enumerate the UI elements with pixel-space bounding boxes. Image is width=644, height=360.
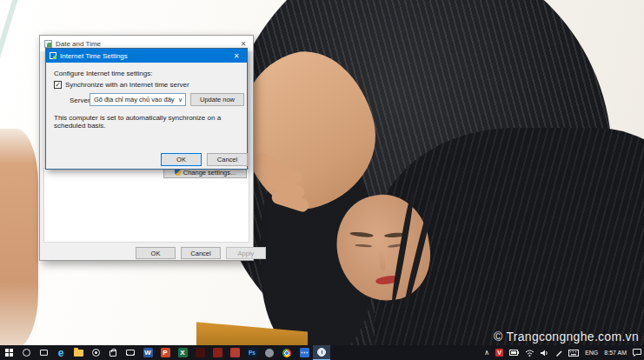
app-icon-crimson	[230, 348, 240, 357]
excel-icon: X	[178, 348, 188, 357]
synchronize-checkbox[interactable]: ✓	[54, 81, 62, 89]
antivirus-tray-icon[interactable]: V	[495, 349, 503, 357]
battery-icon[interactable]	[509, 350, 519, 356]
internet-time-settings-title: Internet Time Settings	[60, 52, 128, 60]
close-icon[interactable]: ✕	[226, 49, 247, 63]
start-button[interactable]	[0, 345, 17, 360]
uac-shield-icon	[175, 169, 181, 176]
chrome-button[interactable]	[278, 345, 295, 360]
system-tray: ∧ V ENG 8:57 AM	[484, 345, 641, 360]
app-button-red[interactable]	[209, 345, 226, 360]
date-and-time-title: Date and Time	[56, 40, 101, 48]
internet-time-settings-titlebar[interactable]: Internet Time Settings ✕	[46, 49, 247, 63]
server-dropdown-value: Gõ địa chỉ máy chủ vào đây	[94, 96, 175, 103]
touch-keyboard-icon[interactable]	[568, 350, 579, 357]
wifi-icon[interactable]	[525, 350, 534, 357]
task-view-icon	[40, 350, 48, 356]
its-cancel-button[interactable]: Cancel	[207, 153, 248, 166]
date-and-time-content-panel	[43, 168, 249, 243]
datetime-apply-button: Apply	[226, 247, 266, 259]
action-center-icon[interactable]	[633, 349, 641, 357]
show-hidden-icons-chevron[interactable]: ∧	[484, 350, 489, 357]
photo-eyebrow-left	[349, 231, 373, 238]
app-button-gray[interactable]	[261, 345, 278, 360]
watermark-text: © Trangcongnghe.com.vn	[494, 330, 639, 343]
store-button[interactable]	[104, 345, 122, 360]
clock-icon	[317, 348, 326, 357]
photoshop-button[interactable]: Ps	[243, 345, 261, 360]
datetime-taskbar-button[interactable]	[313, 345, 330, 360]
chevron-down-icon: ∨	[178, 97, 183, 103]
pen-icon[interactable]	[555, 350, 562, 357]
chrome-icon	[282, 349, 291, 357]
edge-button[interactable]: e	[52, 345, 70, 360]
excel-button[interactable]: X	[174, 345, 191, 360]
photo-nose	[377, 249, 387, 272]
synchronize-checkbox-row[interactable]: ✓ Synchronize with an Internet time serv…	[54, 81, 189, 89]
app-button-crimson[interactable]	[226, 345, 243, 360]
word-icon: W	[143, 348, 153, 357]
desktop: © Trangcongnghe.com.vn Date and Time ✕ C…	[0, 0, 644, 360]
photo-eye-left	[355, 243, 372, 247]
task-view-button[interactable]	[35, 345, 52, 360]
app-icon-red	[213, 348, 222, 357]
word-button[interactable]: W	[139, 345, 156, 360]
window-frame-reflection	[0, 0, 19, 81]
mail-icon	[126, 350, 135, 356]
photoshop-icon: Ps	[248, 348, 257, 357]
datetime-ok-button[interactable]: OK	[136, 247, 176, 259]
server-label: Server:	[70, 97, 92, 104]
volume-icon[interactable]	[541, 350, 549, 357]
datetime-cancel-button[interactable]: Cancel	[181, 247, 221, 259]
app-button-darkred[interactable]	[191, 345, 209, 360]
settings-icon	[92, 349, 100, 357]
settings-button[interactable]	[87, 345, 104, 360]
edge-icon: e	[58, 349, 64, 357]
taskbar-apps: e W P X Ps ⋯	[0, 345, 330, 360]
synchronize-label: Synchronize with an Internet time server	[65, 81, 189, 89]
app-icon-blue-dots: ⋯	[300, 348, 309, 357]
powerpoint-button[interactable]: P	[156, 345, 174, 360]
date-and-time-icon	[44, 40, 52, 48]
update-now-button[interactable]: Update now	[190, 93, 244, 106]
store-bag-icon	[110, 350, 116, 357]
search-circle-icon	[23, 349, 30, 357]
app-button-blue[interactable]: ⋯	[295, 345, 313, 360]
folder-icon	[74, 350, 83, 357]
powerpoint-icon: P	[161, 348, 170, 357]
its-ok-button[interactable]: OK	[161, 153, 202, 166]
photo-arm	[0, 129, 38, 345]
clock-time[interactable]: 8:57 AM	[604, 350, 627, 356]
internet-time-icon	[50, 52, 56, 59]
mail-button[interactable]	[122, 345, 139, 360]
app-icon-darkred	[196, 348, 205, 357]
file-explorer-button[interactable]	[70, 345, 87, 360]
server-dropdown[interactable]: Gõ địa chỉ máy chủ vào đây ∨	[90, 93, 186, 106]
configure-label: Configure Internet time settings:	[54, 70, 152, 77]
taskbar: e W P X Ps ⋯ ∧ V	[0, 345, 644, 360]
schedule-text: This computer is set to automatically sy…	[54, 114, 243, 130]
language-indicator[interactable]: ENG	[585, 350, 598, 356]
internet-time-settings-dialog: Internet Time Settings ✕ Configure Inter…	[45, 48, 248, 170]
search-button[interactable]	[17, 345, 35, 360]
app-icon-gray	[265, 349, 274, 357]
windows-logo-icon	[5, 349, 13, 357]
